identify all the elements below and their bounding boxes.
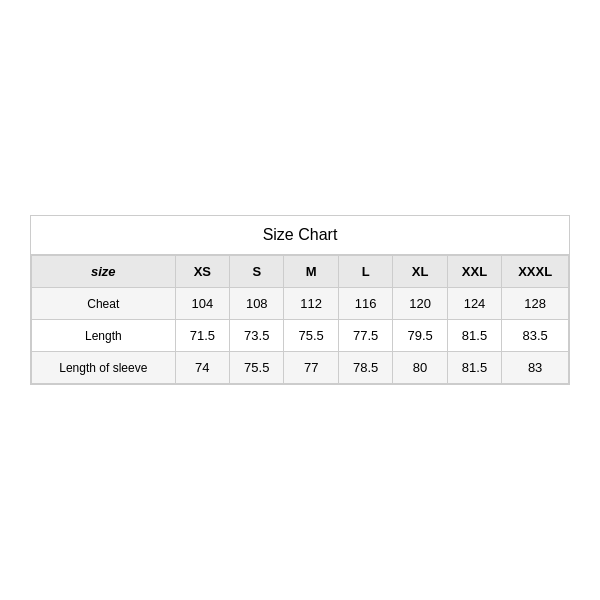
header-cell-0: size: [32, 256, 176, 288]
table-row: Length of sleeve7475.57778.58081.583: [32, 352, 569, 384]
header-cell-7: XXXL: [502, 256, 569, 288]
header-cell-3: M: [284, 256, 338, 288]
header-cell-6: XXL: [447, 256, 501, 288]
cell-0-5: 124: [447, 288, 501, 320]
cell-1-1: 73.5: [230, 320, 284, 352]
cell-1-2: 75.5: [284, 320, 338, 352]
cell-2-0: 74: [175, 352, 229, 384]
cell-2-4: 80: [393, 352, 447, 384]
cell-0-2: 112: [284, 288, 338, 320]
cell-2-5: 81.5: [447, 352, 501, 384]
cell-0-0: 104: [175, 288, 229, 320]
cell-2-2: 77: [284, 352, 338, 384]
row-label-0: Cheat: [32, 288, 176, 320]
table-row: Length71.573.575.577.579.581.583.5: [32, 320, 569, 352]
cell-1-0: 71.5: [175, 320, 229, 352]
cell-0-4: 120: [393, 288, 447, 320]
cell-1-4: 79.5: [393, 320, 447, 352]
table-body: Cheat104108112116120124128Length71.573.5…: [32, 288, 569, 384]
header-cell-4: L: [338, 256, 392, 288]
cell-0-1: 108: [230, 288, 284, 320]
header-cell-1: XS: [175, 256, 229, 288]
size-chart-container: Size Chart sizeXSSMLXLXXLXXXL Cheat10410…: [30, 215, 570, 385]
cell-1-6: 83.5: [502, 320, 569, 352]
row-label-1: Length: [32, 320, 176, 352]
cell-0-6: 128: [502, 288, 569, 320]
header-cell-2: S: [230, 256, 284, 288]
cell-2-3: 78.5: [338, 352, 392, 384]
cell-0-3: 116: [338, 288, 392, 320]
table-row: Cheat104108112116120124128: [32, 288, 569, 320]
cell-2-6: 83: [502, 352, 569, 384]
cell-2-1: 75.5: [230, 352, 284, 384]
size-chart-table: sizeXSSMLXLXXLXXXL Cheat1041081121161201…: [31, 255, 569, 384]
cell-1-3: 77.5: [338, 320, 392, 352]
row-label-2: Length of sleeve: [32, 352, 176, 384]
header-cell-5: XL: [393, 256, 447, 288]
cell-1-5: 81.5: [447, 320, 501, 352]
chart-title: Size Chart: [31, 216, 569, 255]
header-row: sizeXSSMLXLXXLXXXL: [32, 256, 569, 288]
